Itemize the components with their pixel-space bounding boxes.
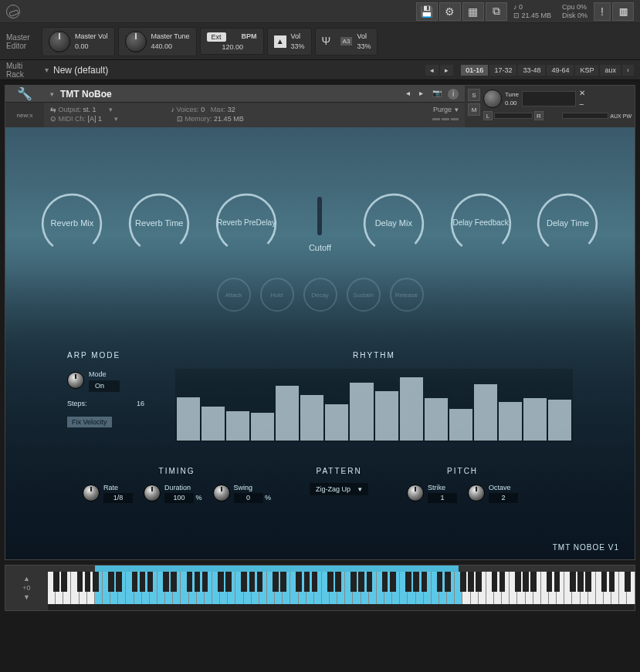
reverb-time-knob[interactable]: Reverb Time	[124, 189, 194, 258]
delay-feedback-knob[interactable]: Delay Feedback	[446, 189, 516, 258]
rhythm-step[interactable]	[325, 404, 348, 441]
memory-meter	[432, 118, 459, 120]
collapse-button[interactable]: ‹	[622, 65, 634, 76]
view-button[interactable]: ▦	[462, 2, 484, 21]
inst-info-button[interactable]: i	[448, 89, 459, 100]
instrument-body: Reverb Mix Reverb Time Reverb PreDelay C…	[5, 127, 635, 559]
edit-instrument-button[interactable]: 🔧	[5, 86, 44, 103]
reverb-mix-knob[interactable]: Reverb Mix	[37, 189, 107, 258]
rack-preset-dropdown[interactable]: ▾New (default)	[45, 65, 419, 76]
transpose-value: +0	[22, 584, 30, 592]
release-knob[interactable]: Release	[390, 278, 424, 312]
tuning-fork-icon[interactable]	[322, 34, 334, 49]
inst-next-button[interactable]: ▸	[416, 89, 426, 100]
vol-slider[interactable]	[562, 113, 608, 119]
rhythm-step[interactable]	[474, 384, 497, 441]
rhythm-step[interactable]	[449, 409, 472, 441]
hold-knob[interactable]: Hold	[260, 278, 294, 312]
minimize-instrument-button[interactable]: −	[579, 100, 585, 109]
arp-mode-knob[interactable]	[67, 372, 84, 389]
attack-knob[interactable]: Attack	[217, 278, 251, 312]
purge-dropdown[interactable]: Purge▾	[433, 106, 459, 113]
rhythm-step-sequencer[interactable]	[175, 369, 573, 442]
instrument-name[interactable]: TMT NoBoe	[60, 89, 397, 100]
inst-tune-knob[interactable]	[483, 89, 502, 108]
reverb-predelay-knob[interactable]: Reverb PreDelay	[212, 189, 281, 258]
page-range-4[interactable]: 49-64	[547, 65, 574, 76]
page-range-1[interactable]: 01-16	[461, 65, 488, 76]
snapshot-button[interactable]: new:x	[5, 103, 44, 127]
arp-steps-value[interactable]: 16	[137, 400, 144, 407]
master-tune-group: Master Tune440.00	[118, 27, 197, 56]
delay-time-knob[interactable]: Delay Time	[533, 189, 602, 258]
arp-mode-value[interactable]: On	[89, 380, 120, 392]
master-editor-label: Master Editor	[6, 33, 39, 50]
bpm-value[interactable]: 120.00	[222, 43, 244, 51]
rhythm-step[interactable]	[375, 391, 398, 441]
mute-button[interactable]: M	[468, 103, 480, 116]
rhythm-step[interactable]	[548, 400, 571, 441]
multi-rack-row: Multi Rack ▾New (default) ◂ ▸ 01-16 17-3…	[0, 60, 640, 80]
rhythm-step[interactable]	[201, 407, 225, 441]
metronome-icon[interactable]: ▲	[274, 35, 286, 48]
octave-knob[interactable]	[468, 485, 485, 501]
aux-button[interactable]: aux	[600, 65, 621, 76]
page-nav: ◂ ▸ 01-16 17-32 33-48 49-64 KSP aux ‹	[425, 65, 634, 76]
rate-knob[interactable]	[83, 485, 100, 501]
transpose-up-button[interactable]: ▲	[23, 575, 30, 583]
instrument-slot: 🔧 new:x ▾ TMT NoBoe ◂ ▸ 📷 i ⇆ Output: st…	[5, 85, 635, 560]
version-label: TMT NOBOE V1	[553, 543, 619, 552]
keyboard-section: ▲ +0 ▼	[5, 565, 635, 611]
rhythm-step[interactable]	[300, 395, 323, 441]
master-tune-knob[interactable]	[125, 31, 147, 52]
key-range-strip[interactable]	[48, 566, 635, 572]
fix-velocity-button[interactable]: Fix Velocity	[67, 417, 112, 427]
rhythm-step[interactable]	[523, 398, 547, 441]
master-vol-knob[interactable]	[49, 31, 70, 52]
transpose-down-button[interactable]: ▼	[23, 593, 30, 601]
cutoff-slider[interactable]	[317, 197, 322, 235]
a3-chip: A3	[340, 37, 353, 46]
page-next-button[interactable]: ▸	[440, 65, 453, 76]
output-vol-2: A3 Vol33%	[315, 28, 378, 56]
instrument-header: 🔧 new:x ▾ TMT NoBoe ◂ ▸ 📷 i ⇆ Output: st…	[5, 86, 635, 127]
inst-snapshot-button[interactable]: 📷	[429, 89, 445, 100]
rhythm-step[interactable]	[276, 386, 299, 441]
inst-expand-icon[interactable]: ▾	[50, 90, 54, 98]
pattern-dropdown[interactable]: Zig-Zag Up▾	[310, 483, 368, 495]
output-meter	[522, 91, 576, 106]
ext-sync-button[interactable]: Ext	[207, 32, 226, 42]
solo-button[interactable]: S	[468, 89, 480, 101]
strike-knob[interactable]	[407, 485, 424, 501]
inst-prev-button[interactable]: ◂	[403, 89, 413, 100]
virtual-keyboard[interactable]	[48, 572, 635, 604]
multi-rack-label: Multi Rack	[6, 62, 39, 79]
decay-knob[interactable]: Decay	[303, 278, 337, 312]
pan-slider[interactable]	[494, 113, 533, 119]
duration-knob[interactable]	[144, 485, 161, 501]
page-prev-button[interactable]: ◂	[425, 65, 439, 76]
close-instrument-button[interactable]: ✕	[579, 89, 585, 97]
app-top-bar: 💾 ⚙ ▦ ⧉ ♪ 0 ⊡ 21.45 MB Cpu 0% Disk 0% ! …	[0, 0, 640, 23]
rhythm-step[interactable]	[177, 397, 200, 441]
aux-label: AUX	[610, 113, 621, 119]
layout-button[interactable]: ⧉	[486, 2, 507, 21]
swing-knob[interactable]	[213, 485, 230, 501]
save-button[interactable]: 💾	[416, 2, 438, 21]
page-range-2[interactable]: 17-32	[489, 65, 516, 76]
ksp-button[interactable]: KSP	[575, 65, 598, 76]
sustain-knob[interactable]: Sustain	[347, 278, 381, 312]
rhythm-step[interactable]	[499, 402, 522, 441]
alert-button[interactable]: !	[594, 2, 611, 21]
pan-l-icon: L	[483, 111, 493, 120]
master-vol-group: Master Vol0.00	[42, 27, 115, 56]
rhythm-step[interactable]	[425, 398, 448, 441]
rhythm-step[interactable]	[226, 411, 249, 441]
rhythm-step[interactable]	[400, 377, 423, 441]
delay-mix-knob[interactable]: Delay Mix	[359, 189, 428, 258]
page-range-3[interactable]: 33-48	[518, 65, 545, 76]
settings-button[interactable]: ⚙	[439, 2, 461, 21]
rhythm-step[interactable]	[350, 383, 373, 441]
rhythm-step[interactable]	[251, 413, 274, 441]
pan-r-icon: R	[534, 111, 543, 120]
